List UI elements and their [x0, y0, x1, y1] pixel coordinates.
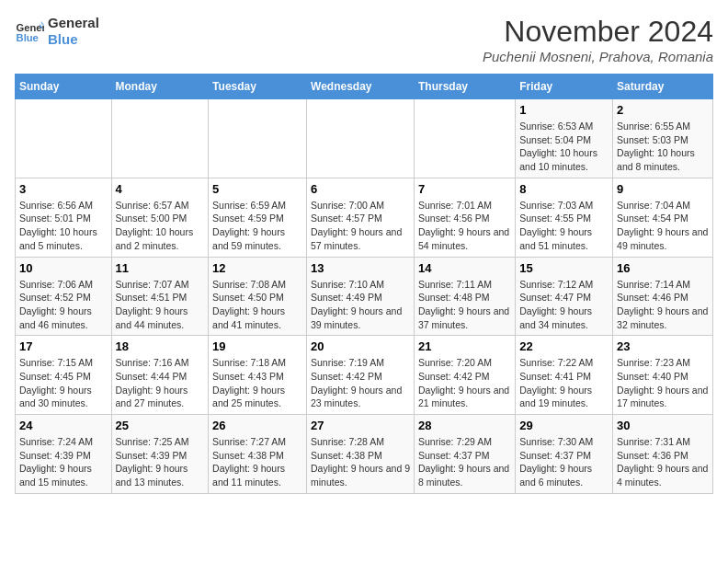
- calendar-day-cell: 7Sunrise: 7:01 AM Sunset: 4:56 PM Daylig…: [414, 178, 515, 257]
- day-info: Sunrise: 7:29 AM Sunset: 4:37 PM Dayligh…: [418, 435, 511, 489]
- day-info: Sunrise: 7:31 AM Sunset: 4:36 PM Dayligh…: [617, 435, 709, 489]
- weekday-header-cell: Saturday: [613, 75, 713, 99]
- calendar-week-row: 1Sunrise: 6:53 AM Sunset: 5:04 PM Daylig…: [16, 99, 713, 178]
- page-header: General Blue General Blue November 2024 …: [15, 15, 713, 64]
- day-number: 9: [617, 182, 709, 196]
- day-number: 24: [19, 419, 108, 432]
- day-info: Sunrise: 7:01 AM Sunset: 4:56 PM Dayligh…: [418, 199, 511, 253]
- calendar-day-cell: 13Sunrise: 7:10 AM Sunset: 4:49 PM Dayli…: [307, 257, 415, 336]
- day-number: 19: [212, 339, 302, 353]
- weekday-header-cell: Sunday: [16, 75, 112, 99]
- calendar-day-cell: [16, 99, 112, 178]
- weekday-header-cell: Friday: [516, 75, 613, 99]
- day-info: Sunrise: 7:07 AM Sunset: 4:51 PM Dayligh…: [116, 278, 205, 332]
- calendar-day-cell: 6Sunrise: 7:00 AM Sunset: 4:57 PM Daylig…: [307, 178, 415, 257]
- calendar-day-cell: 14Sunrise: 7:11 AM Sunset: 4:48 PM Dayli…: [414, 257, 515, 336]
- day-info: Sunrise: 7:03 AM Sunset: 4:55 PM Dayligh…: [519, 199, 609, 253]
- calendar-day-cell: 22Sunrise: 7:22 AM Sunset: 4:41 PM Dayli…: [516, 336, 613, 415]
- day-info: Sunrise: 6:55 AM Sunset: 5:03 PM Dayligh…: [617, 120, 709, 174]
- day-info: Sunrise: 7:27 AM Sunset: 4:38 PM Dayligh…: [212, 435, 302, 489]
- day-number: 16: [617, 261, 709, 275]
- calendar-day-cell: 15Sunrise: 7:12 AM Sunset: 4:47 PM Dayli…: [516, 257, 613, 336]
- calendar-day-cell: 12Sunrise: 7:08 AM Sunset: 4:50 PM Dayli…: [209, 257, 307, 336]
- calendar-day-cell: [307, 99, 415, 178]
- day-info: Sunrise: 7:00 AM Sunset: 4:57 PM Dayligh…: [311, 199, 410, 253]
- month-year-title: November 2024: [483, 15, 713, 49]
- logo-line2: Blue: [48, 31, 99, 48]
- weekday-header-cell: Wednesday: [307, 75, 415, 99]
- day-number: 11: [116, 261, 205, 275]
- day-number: 5: [212, 182, 302, 196]
- day-info: Sunrise: 7:06 AM Sunset: 4:52 PM Dayligh…: [19, 278, 108, 332]
- calendar-day-cell: 3Sunrise: 6:56 AM Sunset: 5:01 PM Daylig…: [16, 178, 112, 257]
- day-number: 10: [19, 261, 108, 275]
- day-number: 22: [519, 339, 609, 353]
- day-info: Sunrise: 7:15 AM Sunset: 4:45 PM Dayligh…: [19, 356, 108, 410]
- calendar-day-cell: 21Sunrise: 7:20 AM Sunset: 4:42 PM Dayli…: [414, 336, 515, 415]
- day-info: Sunrise: 7:18 AM Sunset: 4:43 PM Dayligh…: [212, 356, 302, 410]
- calendar-day-cell: 10Sunrise: 7:06 AM Sunset: 4:52 PM Dayli…: [16, 257, 112, 336]
- calendar-day-cell: 26Sunrise: 7:27 AM Sunset: 4:38 PM Dayli…: [209, 415, 307, 494]
- logo-icon: General Blue: [15, 17, 44, 46]
- day-info: Sunrise: 7:11 AM Sunset: 4:48 PM Dayligh…: [418, 278, 511, 332]
- calendar-day-cell: 5Sunrise: 6:59 AM Sunset: 4:59 PM Daylig…: [209, 178, 307, 257]
- day-number: 17: [19, 339, 108, 353]
- day-info: Sunrise: 7:10 AM Sunset: 4:49 PM Dayligh…: [311, 278, 410, 332]
- calendar-week-row: 17Sunrise: 7:15 AM Sunset: 4:45 PM Dayli…: [16, 336, 713, 415]
- calendar-day-cell: 8Sunrise: 7:03 AM Sunset: 4:55 PM Daylig…: [516, 178, 613, 257]
- weekday-header-row: SundayMondayTuesdayWednesdayThursdayFrid…: [16, 75, 713, 99]
- day-number: 1: [519, 103, 609, 117]
- day-info: Sunrise: 7:19 AM Sunset: 4:42 PM Dayligh…: [311, 356, 410, 410]
- calendar-day-cell: [414, 99, 515, 178]
- day-number: 18: [116, 339, 205, 353]
- day-info: Sunrise: 6:53 AM Sunset: 5:04 PM Dayligh…: [519, 120, 609, 174]
- title-area: November 2024 Puchenii Mosneni, Prahova,…: [483, 15, 713, 64]
- day-number: 28: [418, 419, 511, 432]
- day-number: 14: [418, 261, 511, 275]
- day-number: 7: [418, 182, 511, 196]
- day-info: Sunrise: 7:16 AM Sunset: 4:44 PM Dayligh…: [116, 356, 205, 410]
- day-info: Sunrise: 7:24 AM Sunset: 4:39 PM Dayligh…: [19, 435, 108, 489]
- calendar-day-cell: 16Sunrise: 7:14 AM Sunset: 4:46 PM Dayli…: [613, 257, 713, 336]
- calendar-day-cell: 19Sunrise: 7:18 AM Sunset: 4:43 PM Dayli…: [209, 336, 307, 415]
- calendar-day-cell: [209, 99, 307, 178]
- calendar-day-cell: 23Sunrise: 7:23 AM Sunset: 4:40 PM Dayli…: [613, 336, 713, 415]
- calendar-day-cell: [111, 99, 209, 178]
- calendar-day-cell: 2Sunrise: 6:55 AM Sunset: 5:03 PM Daylig…: [613, 99, 713, 178]
- day-info: Sunrise: 6:57 AM Sunset: 5:00 PM Dayligh…: [116, 199, 205, 253]
- day-number: 8: [519, 182, 609, 196]
- weekday-header-cell: Thursday: [414, 75, 515, 99]
- day-info: Sunrise: 7:08 AM Sunset: 4:50 PM Dayligh…: [212, 278, 302, 332]
- calendar-table: SundayMondayTuesdayWednesdayThursdayFrid…: [15, 74, 713, 494]
- day-number: 13: [311, 261, 410, 275]
- day-number: 2: [617, 103, 709, 117]
- day-number: 23: [617, 339, 709, 353]
- day-info: Sunrise: 7:04 AM Sunset: 4:54 PM Dayligh…: [617, 199, 709, 253]
- calendar-day-cell: 1Sunrise: 6:53 AM Sunset: 5:04 PM Daylig…: [516, 99, 613, 178]
- calendar-day-cell: 4Sunrise: 6:57 AM Sunset: 5:00 PM Daylig…: [111, 178, 209, 257]
- calendar-day-cell: 29Sunrise: 7:30 AM Sunset: 4:37 PM Dayli…: [516, 415, 613, 494]
- calendar-day-cell: 24Sunrise: 7:24 AM Sunset: 4:39 PM Dayli…: [16, 415, 112, 494]
- calendar-day-cell: 18Sunrise: 7:16 AM Sunset: 4:44 PM Dayli…: [111, 336, 209, 415]
- svg-text:General: General: [17, 22, 44, 33]
- day-number: 26: [212, 419, 302, 432]
- day-info: Sunrise: 7:23 AM Sunset: 4:40 PM Dayligh…: [617, 356, 709, 410]
- calendar-body: 1Sunrise: 6:53 AM Sunset: 5:04 PM Daylig…: [16, 99, 713, 494]
- weekday-header-cell: Tuesday: [209, 75, 307, 99]
- logo-line1: General: [48, 15, 99, 31]
- day-info: Sunrise: 7:22 AM Sunset: 4:41 PM Dayligh…: [519, 356, 609, 410]
- logo: General Blue General Blue: [15, 15, 99, 48]
- day-info: Sunrise: 7:12 AM Sunset: 4:47 PM Dayligh…: [519, 278, 609, 332]
- day-number: 4: [116, 182, 205, 196]
- calendar-week-row: 24Sunrise: 7:24 AM Sunset: 4:39 PM Dayli…: [16, 415, 713, 494]
- day-number: 15: [519, 261, 609, 275]
- calendar-day-cell: 9Sunrise: 7:04 AM Sunset: 4:54 PM Daylig…: [613, 178, 713, 257]
- calendar-day-cell: 17Sunrise: 7:15 AM Sunset: 4:45 PM Dayli…: [16, 336, 112, 415]
- calendar-day-cell: 20Sunrise: 7:19 AM Sunset: 4:42 PM Dayli…: [307, 336, 415, 415]
- calendar-day-cell: 30Sunrise: 7:31 AM Sunset: 4:36 PM Dayli…: [613, 415, 713, 494]
- day-info: Sunrise: 7:14 AM Sunset: 4:46 PM Dayligh…: [617, 278, 709, 332]
- calendar-day-cell: 25Sunrise: 7:25 AM Sunset: 4:39 PM Dayli…: [111, 415, 209, 494]
- day-number: 3: [19, 182, 108, 196]
- calendar-day-cell: 28Sunrise: 7:29 AM Sunset: 4:37 PM Dayli…: [414, 415, 515, 494]
- calendar-day-cell: 11Sunrise: 7:07 AM Sunset: 4:51 PM Dayli…: [111, 257, 209, 336]
